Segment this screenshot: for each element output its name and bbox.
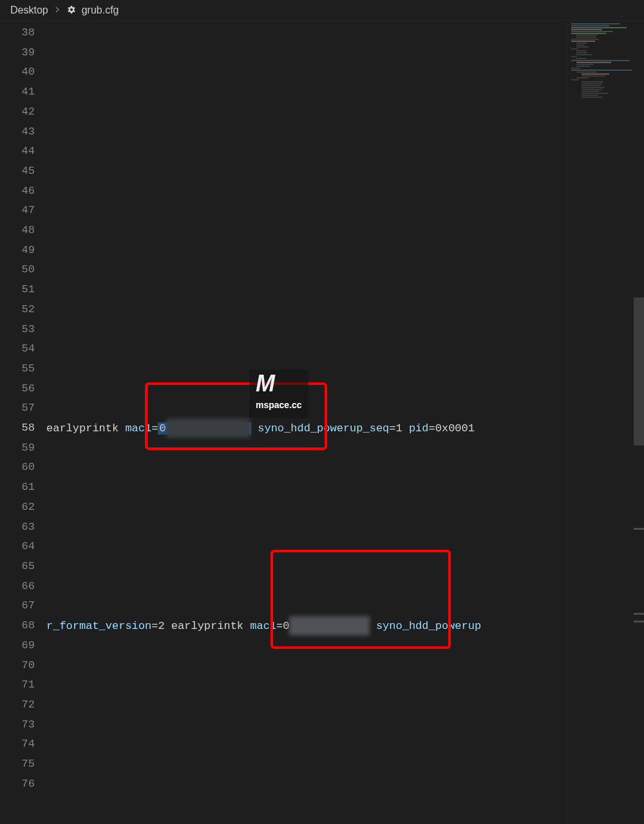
code-line[interactable] bbox=[46, 754, 567, 774]
code-line[interactable] bbox=[46, 655, 567, 675]
line-number: 55 bbox=[0, 359, 35, 379]
line-number: 72 bbox=[0, 695, 35, 715]
line-number: 56 bbox=[0, 379, 35, 399]
code-line[interactable] bbox=[46, 517, 567, 537]
code-line[interactable] bbox=[46, 82, 567, 102]
line-number: 60 bbox=[0, 458, 35, 478]
line-number: 47 bbox=[0, 201, 35, 221]
line-number: 42 bbox=[0, 102, 35, 122]
code-line[interactable] bbox=[46, 23, 567, 43]
code-line[interactable] bbox=[46, 62, 567, 82]
scrollbar-thumb[interactable] bbox=[634, 297, 644, 445]
line-number: 38 bbox=[0, 23, 35, 43]
line-number: 45 bbox=[0, 162, 35, 182]
line-number: 68 bbox=[0, 616, 35, 636]
line-number: 73 bbox=[0, 715, 35, 735]
code-line[interactable] bbox=[46, 280, 567, 300]
code-line[interactable] bbox=[46, 478, 567, 498]
code-line[interactable]: r_format_version=2 earlyprintk mac1=0xxx… bbox=[46, 616, 567, 636]
code-line[interactable] bbox=[46, 537, 567, 557]
line-number: 74 bbox=[0, 735, 35, 754]
code-line[interactable] bbox=[46, 359, 567, 379]
breadcrumb[interactable]: Desktop grub.cfg bbox=[0, 0, 644, 21]
code-line[interactable] bbox=[46, 458, 567, 478]
line-number: 39 bbox=[0, 43, 35, 63]
scrollbar-marker bbox=[634, 528, 644, 530]
line-number: 75 bbox=[0, 754, 35, 774]
code-line[interactable] bbox=[46, 675, 567, 695]
code-line[interactable] bbox=[46, 102, 567, 122]
code-line[interactable] bbox=[46, 201, 567, 221]
line-number: 51 bbox=[0, 280, 35, 300]
line-number: 46 bbox=[0, 182, 35, 201]
minimap-content bbox=[571, 23, 640, 98]
code-line[interactable] bbox=[46, 498, 567, 518]
code-line[interactable] bbox=[46, 122, 567, 142]
code-line[interactable] bbox=[46, 576, 567, 596]
line-number: 59 bbox=[0, 438, 35, 458]
code-line[interactable] bbox=[46, 557, 567, 577]
code-line[interactable] bbox=[46, 715, 567, 735]
code-line[interactable] bbox=[46, 774, 567, 794]
editor-container: 3839404142434445464748495051525354555657… bbox=[0, 21, 644, 824]
line-number: 70 bbox=[0, 656, 35, 676]
line-number: 76 bbox=[0, 774, 35, 794]
code-line[interactable] bbox=[46, 596, 567, 616]
line-number: 41 bbox=[0, 82, 35, 102]
line-number: 43 bbox=[0, 122, 35, 142]
scrollbar-marker bbox=[634, 613, 644, 615]
code-line[interactable] bbox=[46, 241, 567, 261]
code-line[interactable] bbox=[46, 438, 567, 458]
line-number: 63 bbox=[0, 518, 35, 538]
line-number: 66 bbox=[0, 577, 35, 597]
code-line[interactable] bbox=[46, 695, 567, 715]
code-line[interactable] bbox=[46, 43, 567, 63]
line-number: 71 bbox=[0, 675, 35, 695]
line-number: 61 bbox=[0, 478, 35, 498]
line-number: 49 bbox=[0, 241, 35, 261]
code-line[interactable] bbox=[46, 398, 567, 418]
code-line[interactable] bbox=[46, 142, 567, 162]
line-number: 65 bbox=[0, 557, 35, 577]
code-line[interactable] bbox=[46, 221, 567, 241]
gear-icon bbox=[66, 5, 77, 15]
code-line[interactable] bbox=[46, 300, 567, 320]
code-line[interactable] bbox=[46, 339, 567, 359]
line-number: 64 bbox=[0, 537, 35, 557]
line-number: 67 bbox=[0, 596, 35, 616]
line-number: 54 bbox=[0, 339, 35, 359]
code-line[interactable]: earlyprintk mac1=0xxxxxxxxxxxx syno_hdd_… bbox=[46, 418, 567, 438]
breadcrumb-parent[interactable]: Desktop bbox=[10, 5, 48, 16]
line-number: 44 bbox=[0, 142, 35, 162]
code-line[interactable] bbox=[46, 379, 567, 398]
code-line[interactable] bbox=[46, 635, 567, 655]
line-number-gutter: 3839404142434445464748495051525354555657… bbox=[0, 21, 46, 824]
minimap[interactable] bbox=[567, 21, 644, 824]
code-area[interactable]: earlyprintk mac1=0xxxxxxxxxxxx syno_hdd_… bbox=[46, 21, 567, 824]
chevron-right-icon bbox=[53, 5, 61, 15]
line-number: 62 bbox=[0, 498, 35, 518]
line-number: 53 bbox=[0, 320, 35, 340]
line-number: 57 bbox=[0, 398, 35, 418]
line-number: 52 bbox=[0, 300, 35, 320]
line-number: 58 bbox=[0, 418, 35, 438]
code-line[interactable] bbox=[46, 260, 567, 280]
breadcrumb-file[interactable]: grub.cfg bbox=[82, 5, 119, 16]
line-number: 40 bbox=[0, 62, 35, 82]
scrollbar-marker bbox=[634, 621, 644, 623]
code-line[interactable] bbox=[46, 182, 567, 201]
code-line[interactable] bbox=[46, 162, 567, 182]
line-number: 50 bbox=[0, 260, 35, 280]
code-line[interactable] bbox=[46, 319, 567, 339]
code-line[interactable] bbox=[46, 735, 567, 754]
line-number: 48 bbox=[0, 221, 35, 241]
vertical-scrollbar[interactable] bbox=[634, 21, 644, 824]
editor-main: 3839404142434445464748495051525354555657… bbox=[0, 21, 567, 824]
line-number: 69 bbox=[0, 636, 35, 656]
